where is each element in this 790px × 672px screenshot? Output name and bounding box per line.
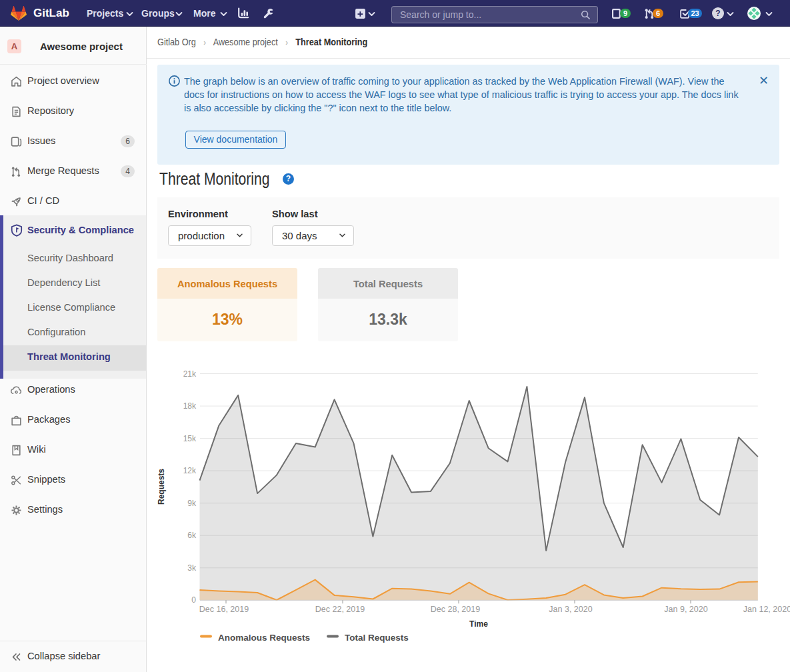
svg-text:Jan 3, 2020: Jan 3, 2020 (549, 605, 592, 614)
svg-text:15k: 15k (183, 434, 197, 443)
svg-text:?: ? (715, 9, 720, 18)
svg-text:Dec 16, 2019: Dec 16, 2019 (199, 605, 249, 614)
svg-text:0: 0 (191, 595, 196, 605)
svg-text:Anomalous Requests: Anomalous Requests (218, 633, 310, 643)
svg-text:12k: 12k (183, 466, 197, 475)
svg-text:Dec 22, 2019: Dec 22, 2019 (315, 605, 365, 614)
svg-text:Time: Time (469, 619, 488, 629)
svg-text:Requests: Requests (157, 469, 166, 505)
svg-text:21k: 21k (183, 369, 197, 379)
svg-text:Dec 28, 2019: Dec 28, 2019 (431, 605, 480, 614)
svg-text:18k: 18k (183, 401, 197, 411)
svg-text:Total Requests: Total Requests (345, 633, 409, 643)
svg-text:Jan 12, 2020: Jan 12, 2020 (743, 605, 790, 614)
svg-text:Jan 9, 2020: Jan 9, 2020 (664, 605, 707, 614)
svg-text:6k: 6k (187, 531, 197, 540)
svg-text:3k: 3k (187, 563, 197, 573)
svg-text:9k: 9k (187, 499, 197, 508)
